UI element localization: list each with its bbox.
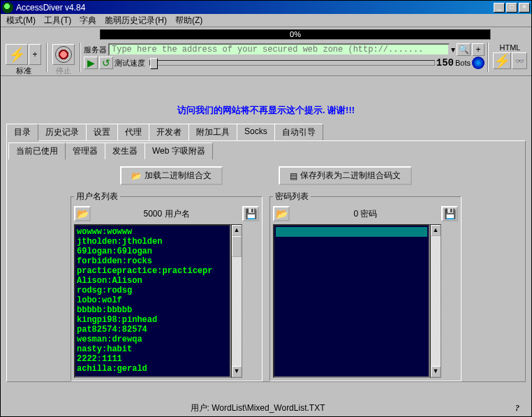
toolbar: ⚡ + 标准 停止 服务器 ▾ 🔍 + ▶ ↺ 测试速度 bbox=[1, 41, 531, 76]
tab-socks[interactable]: Socks bbox=[237, 124, 275, 140]
pass-scrollbar[interactable]: ▲ ▼ bbox=[430, 224, 441, 378]
open-users-button[interactable]: 📂 bbox=[74, 206, 91, 221]
load-combo-label: 加载二进制组合文 bbox=[145, 170, 212, 182]
go-button[interactable]: 🔍 bbox=[457, 43, 471, 56]
go-arrow-button[interactable]: ▶ bbox=[84, 57, 98, 69]
list-item[interactable]: nasty:habit bbox=[77, 344, 228, 354]
title-bar[interactable]: AccessDiver v4.84 _ □ × bbox=[1, 1, 531, 14]
username-panel: 用户名列表 📂 5000 用户名 💾 wowww:wowwwjtholden:j… bbox=[71, 191, 263, 381]
speed-slider[interactable] bbox=[149, 60, 435, 66]
list-item[interactable]: lobo:wolf bbox=[77, 295, 228, 305]
address-input[interactable] bbox=[108, 43, 450, 56]
floppy-icon: 💾 bbox=[444, 208, 456, 219]
html-bolt-button[interactable]: ⚡ bbox=[493, 52, 511, 69]
bots-count: 150 bbox=[436, 57, 454, 68]
html-group: HTML ⚡ 👓 bbox=[492, 43, 529, 70]
stop-button[interactable] bbox=[52, 44, 75, 65]
tab-addons[interactable]: 附加工具 bbox=[189, 124, 237, 140]
standard-plus-button[interactable]: + bbox=[29, 44, 41, 65]
subtab-manager[interactable]: 管理器 bbox=[65, 142, 105, 159]
list-item[interactable]: wesman:drewqa bbox=[77, 335, 228, 344]
list-item[interactable]: 69logan:69logan bbox=[77, 247, 228, 256]
app-window: AccessDiver v4.84 _ □ × 模式(M) 工具(T) 字典 脆… bbox=[0, 0, 532, 417]
folder-open-icon: 📂 bbox=[77, 208, 89, 219]
main-tabs: 目录 历史记录 设置 代理 开发者 附加工具 Socks 自动引导 bbox=[6, 124, 526, 140]
bots-label: Bots bbox=[455, 59, 471, 67]
menu-tools[interactable]: 工具(T) bbox=[40, 13, 75, 28]
list-item[interactable]: forbidden:rocks bbox=[77, 256, 228, 266]
tab-settings[interactable]: 设置 bbox=[86, 124, 118, 140]
addr-plus-button[interactable]: + bbox=[472, 43, 485, 56]
close-button[interactable]: × bbox=[519, 3, 530, 13]
stop-group: 停止 bbox=[50, 43, 77, 78]
progress-row: 0% bbox=[1, 27, 531, 41]
divider bbox=[80, 43, 81, 72]
scroll-track[interactable] bbox=[431, 236, 441, 366]
list-item[interactable]: pat82574:82574 bbox=[77, 325, 228, 335]
arrow-right-icon: ▶ bbox=[87, 57, 95, 68]
load-combo-button[interactable]: 📂加载二进制组合文 bbox=[120, 166, 223, 185]
refresh-button[interactable]: ↺ bbox=[99, 57, 113, 69]
menu-help[interactable]: 帮助(Z) bbox=[171, 13, 207, 28]
tab-history[interactable]: 历史记录 bbox=[38, 124, 87, 140]
slider-thumb[interactable] bbox=[150, 58, 158, 69]
tab-proxy[interactable]: 代理 bbox=[117, 124, 149, 140]
help-button[interactable]: ? bbox=[509, 403, 526, 414]
save-combo-button[interactable]: ▤保存列表为二进制组合码文 bbox=[279, 166, 412, 185]
panels: 用户名列表 📂 5000 用户名 💾 wowww:wowwwjtholden:j… bbox=[11, 191, 521, 381]
sub-tabs: 当前已使用 管理器 发生器 Web 字吸附器 bbox=[8, 142, 524, 159]
glasses-icon: 👓 bbox=[515, 57, 524, 65]
refresh-icon: ↺ bbox=[102, 57, 110, 68]
tab-developer[interactable]: 开发者 bbox=[149, 124, 189, 140]
menu-mode[interactable]: 模式(M) bbox=[2, 13, 40, 28]
tab-autoguide[interactable]: 自动引导 bbox=[274, 124, 323, 140]
list-item[interactable]: 2222:1111 bbox=[77, 354, 228, 364]
stop-label: 停止 bbox=[56, 66, 71, 76]
list-item[interactable]: jtholden:jtholden bbox=[77, 237, 228, 247]
save-pass-button[interactable]: 💾 bbox=[441, 206, 458, 221]
speed-label: 测试速度 bbox=[114, 58, 145, 68]
password-list[interactable] bbox=[273, 224, 430, 378]
save-users-button[interactable]: 💾 bbox=[242, 206, 259, 221]
selection-bar bbox=[276, 227, 427, 237]
bolt-icon: ⚡ bbox=[494, 52, 511, 69]
list-item[interactable]: kingpi98:pinhead bbox=[77, 315, 228, 325]
globe-icon[interactable] bbox=[472, 57, 485, 69]
bolt-icon: ⚡ bbox=[8, 46, 26, 63]
user-scrollbar[interactable]: ▲ ▼ bbox=[231, 224, 242, 378]
scroll-down-button[interactable]: ▼ bbox=[431, 366, 441, 377]
standard-button[interactable]: ⚡ bbox=[6, 44, 28, 65]
list-item[interactable]: bbbbb:bbbbb bbox=[77, 305, 228, 315]
list-item[interactable]: rodsg:rodsg bbox=[77, 286, 228, 295]
search-icon: 🔍 bbox=[459, 45, 469, 54]
scroll-up-button[interactable]: ▲ bbox=[431, 225, 441, 236]
list-item[interactable]: Alison:Alison bbox=[77, 276, 228, 286]
scroll-up-button[interactable]: ▲ bbox=[232, 225, 242, 236]
menu-bar: 模式(M) 工具(T) 字典 脆弱历史记录(H) 帮助(Z) bbox=[1, 14, 531, 27]
scroll-down-button[interactable]: ▼ bbox=[232, 366, 242, 377]
list-item[interactable]: practicepractice:practicepr bbox=[77, 266, 228, 276]
menu-history[interactable]: 脆弱历史记录(H) bbox=[101, 13, 171, 28]
list-item[interactable]: wowww:wowww bbox=[77, 227, 228, 237]
status-bar: 用户: WordList\Mixed_WordList.TXT ? bbox=[2, 401, 530, 415]
hand-icon bbox=[55, 46, 72, 63]
subtab-current[interactable]: 当前已使用 bbox=[8, 142, 66, 160]
subtab-webgrab[interactable]: Web 字吸附器 bbox=[145, 142, 213, 159]
status-text: 用户: WordList\Mixed_WordList.TXT bbox=[6, 402, 509, 414]
divider bbox=[46, 43, 47, 72]
username-legend: 用户名列表 bbox=[74, 191, 120, 203]
tab-directory[interactable]: 目录 bbox=[6, 124, 38, 141]
dropdown-icon[interactable]: ▾ bbox=[451, 45, 455, 54]
list-icon: ▤ bbox=[290, 171, 297, 181]
subtab-generator[interactable]: 发生器 bbox=[105, 142, 145, 159]
scroll-track[interactable] bbox=[232, 236, 242, 366]
username-list[interactable]: wowww:wowwwjtholden:jtholden69logan:69lo… bbox=[74, 224, 231, 378]
open-pass-button[interactable]: 📂 bbox=[273, 206, 290, 221]
menu-dict[interactable]: 字典 bbox=[75, 13, 101, 28]
minimize-button[interactable]: _ bbox=[494, 3, 505, 13]
list-item[interactable]: achilla:gerald bbox=[77, 364, 228, 374]
scroll-thumb[interactable] bbox=[232, 236, 242, 257]
glasses-button[interactable]: 👓 bbox=[512, 52, 527, 69]
info-message: 访问我们的网站将不再显示这个提示. 谢谢!!! bbox=[1, 76, 531, 124]
maximize-button[interactable]: □ bbox=[506, 3, 517, 13]
